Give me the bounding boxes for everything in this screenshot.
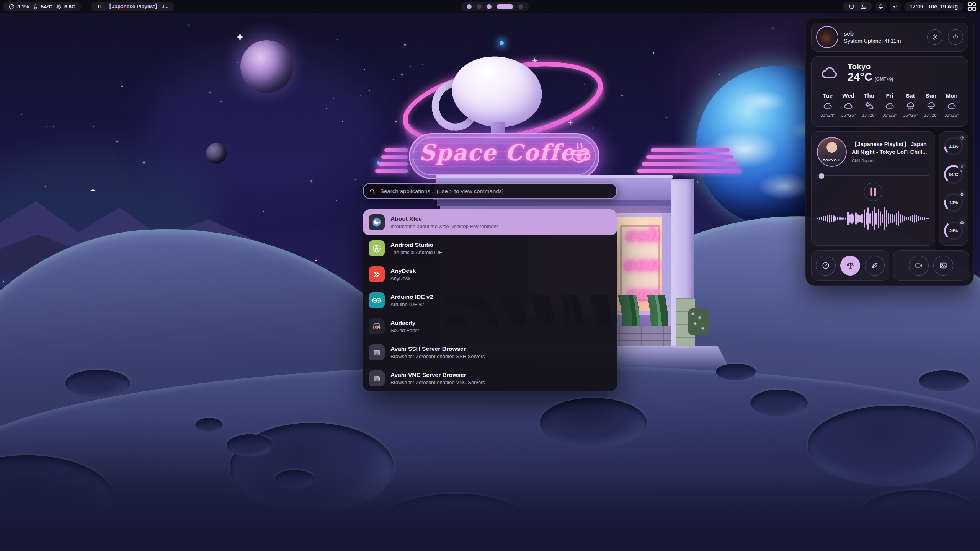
- pause-icon[interactable]: [96, 3, 103, 10]
- neon-sign: Space Coffee: [409, 133, 599, 179]
- app-description: The official Android IDE: [390, 249, 443, 255]
- app-item-android-studio[interactable]: Android StudioThe official Android IDE: [363, 235, 617, 261]
- top-bar-right: 17:09 - Tue, 19 Aug: [843, 2, 978, 11]
- stat-gauge: 3.1%: [8, 3, 29, 10]
- avatar: [816, 26, 838, 48]
- workspace-indicator: [461, 2, 529, 11]
- bell-button[interactable]: [875, 2, 887, 11]
- neon-step: [646, 155, 733, 159]
- audacity-icon: [369, 318, 385, 334]
- arduino-icon: [369, 292, 385, 308]
- gauge-icon: [958, 134, 966, 142]
- app-name: Avahi VNC Server Browser: [390, 372, 485, 378]
- dock-leaf-button[interactable]: [865, 256, 885, 276]
- search-input[interactable]: [379, 187, 611, 195]
- app-name: About Xfce: [390, 215, 498, 222]
- music-player-card: TOKYO L 【Japanese Playlist】 Japan All Ni…: [811, 131, 935, 246]
- track-title: 【Japanese Playlist】 Japan All Night - To…: [852, 141, 929, 156]
- search-icon: [369, 188, 376, 194]
- roof-highlight: [436, 175, 673, 178]
- dock-wallpaper-button[interactable]: [933, 256, 953, 276]
- volume-button[interactable]: [890, 2, 901, 11]
- forecast-tue: Tue33°/24°: [818, 92, 838, 117]
- volume-icon: [892, 3, 898, 10]
- app-name: Audacity: [390, 320, 419, 326]
- crater: [540, 398, 647, 448]
- rain-heavy-icon: [926, 101, 936, 111]
- flower-bush: [688, 308, 709, 335]
- clock[interactable]: 17:09 - Tue, 19 Aug: [904, 2, 963, 11]
- rain-icon: [905, 101, 916, 111]
- user-info: seb System Uptime: 4h11m: [844, 30, 922, 44]
- app-item-avahi-vnc-server-browser[interactable]: Avahi VNC Server BrowserBrowse for Zeroc…: [363, 365, 617, 391]
- workspace-dot-5[interactable]: [518, 4, 523, 9]
- workspace-dot-4[interactable]: [497, 4, 513, 9]
- dock-video-camera-button[interactable]: [909, 256, 929, 276]
- progress-bar[interactable]: [817, 175, 929, 176]
- app-item-arduino-ide-v2[interactable]: Arduino IDE v2Arduino IDE v2: [363, 287, 617, 313]
- crater: [65, 370, 130, 397]
- weather-temp: 24°C: [848, 71, 872, 83]
- surface-bottom-fade: [0, 471, 980, 551]
- xfce-icon: [369, 214, 385, 230]
- divider: [818, 88, 962, 88]
- thermometer-icon: [32, 3, 39, 10]
- stat-thermometer: 54°C: [32, 3, 52, 10]
- app-description: Browse for Zeroconf-enabled VNC Servers: [390, 380, 485, 385]
- sign-text: Space Coffee: [419, 140, 572, 166]
- dock-gauge-button[interactable]: [816, 256, 836, 276]
- tray-pill: [843, 2, 872, 11]
- cat-icon[interactable]: [848, 3, 855, 10]
- neon-step: [375, 169, 408, 173]
- progress-knob[interactable]: [819, 173, 824, 179]
- forecast-mon: Mon33°/26°: [942, 92, 962, 117]
- workspace-dot-3[interactable]: [487, 4, 492, 9]
- weather-card: Tokyo 24°C (GMT+9) Tue33°/24°Wed35°/25°T…: [811, 56, 968, 127]
- search-box[interactable]: [363, 183, 617, 199]
- settings-button[interactable]: [927, 29, 942, 45]
- app-item-avahi-ssh-server-browser[interactable]: Avahi SSH Server BrowserBrowse for Zeroc…: [363, 339, 617, 365]
- forecast-thu: Thu33°/26°: [859, 92, 879, 117]
- workspace-dot-2[interactable]: [477, 4, 482, 9]
- cloud-icon: [823, 101, 833, 111]
- neon-step: [642, 162, 737, 166]
- weather-city: Tokyo: [848, 62, 893, 71]
- top-bar: 3.1%54°C6.8G 【Japanese Playlist】 J... 17…: [0, 0, 980, 13]
- user-name: seb: [844, 30, 922, 37]
- system-stats-pill[interactable]: 3.1%54°C6.8G: [3, 2, 81, 11]
- overview-button[interactable]: [966, 2, 978, 11]
- crater: [750, 390, 808, 416]
- neon-step: [637, 169, 741, 173]
- dock-scales-button[interactable]: [840, 256, 860, 276]
- system-gauges-card: 3.1%54°C14%24%: [939, 131, 968, 246]
- app-name: Android Studio: [390, 241, 443, 248]
- forecast-wed: Wed35°/25°: [838, 92, 858, 117]
- workspace-dot-1[interactable]: [467, 4, 472, 9]
- dock-group-right: [893, 250, 969, 281]
- now-playing-pill[interactable]: 【Japanese Playlist】 J...: [91, 2, 174, 11]
- crater: [716, 364, 756, 380]
- app-description: Arduino IDE v2: [390, 302, 433, 307]
- pause-button[interactable]: [864, 183, 882, 201]
- app-description: AnyDesk: [390, 276, 416, 281]
- wallpaper-icon[interactable]: [860, 3, 867, 10]
- gauge-icon: [8, 3, 15, 10]
- system-uptime: System Uptime: 4h11m: [844, 38, 922, 44]
- app-item-about-xfce[interactable]: About XfceInformation about the Xfce Des…: [363, 209, 617, 235]
- crater: [919, 370, 969, 391]
- sun-cloud-icon: [864, 101, 874, 111]
- anydesk-icon: [369, 266, 385, 282]
- power-button[interactable]: [948, 29, 963, 45]
- avahi-icon: [369, 344, 385, 360]
- neon-step: [378, 162, 408, 166]
- now-playing-label: 【Japanese Playlist】 J...: [106, 3, 168, 10]
- app-description: Browse for Zeroconf-enabled SSH Servers: [390, 354, 485, 359]
- app-item-anydesk[interactable]: AnyDeskAnyDesk: [363, 261, 617, 287]
- audio-visualizer: [817, 206, 929, 231]
- app-item-audacity[interactable]: AudacitySound Editor: [363, 313, 617, 339]
- weather-forecast: Tue33°/24°Wed35°/25°Thu33°/26°Fri35°/26°…: [818, 92, 962, 117]
- track-subtitle: Chill Japan.: [852, 158, 929, 163]
- forecast-fri: Fri35°/26°: [880, 92, 900, 117]
- stat-chip: 6.8G: [56, 3, 75, 10]
- gauge-disk: 24%: [943, 220, 964, 241]
